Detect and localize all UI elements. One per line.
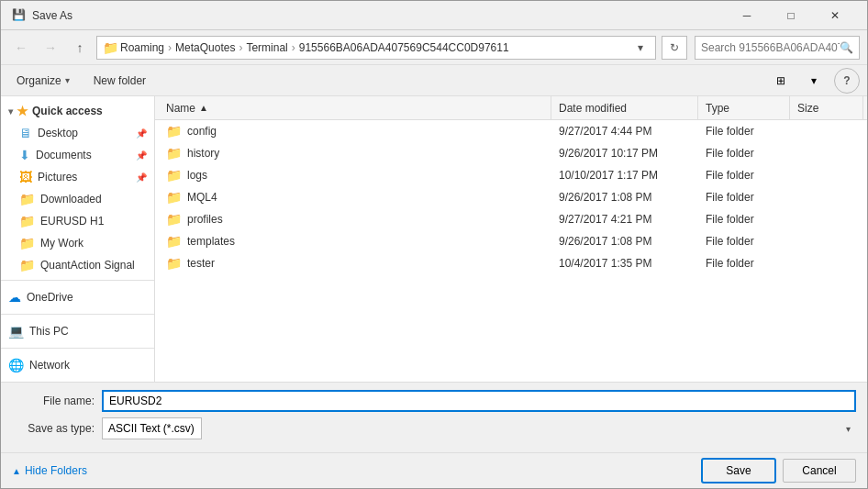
sidebar-item-quantaction[interactable]: 📁 QuantAction Signal — [1, 254, 154, 276]
file-folder-icon: 📁 — [166, 234, 182, 249]
documents-folder-icon: ⬇ — [19, 148, 30, 162]
minimize-button[interactable]: ─ — [726, 5, 768, 27]
save-label: Save — [726, 464, 751, 477]
sidebar-item-mywork-label: My Work — [40, 237, 83, 250]
sidebar-item-downloaded-label: Downloaded — [40, 193, 102, 206]
quick-access-expand-icon: ▾ — [8, 106, 13, 117]
file-folder-icon: 📁 — [166, 168, 182, 183]
address-segment-metaquotes[interactable]: MetaQuotes — [175, 41, 235, 54]
refresh-button[interactable]: ↻ — [662, 36, 687, 60]
file-date-cell: 9/27/2017 4:44 PM — [551, 125, 698, 138]
file-name-text: tester — [187, 257, 215, 270]
file-folder-icon: 📁 — [166, 256, 182, 271]
col-date-label: Date modified — [559, 102, 627, 115]
sidebar-item-eurusd[interactable]: 📁 EURUSD H1 — [1, 210, 154, 232]
cancel-button[interactable]: Cancel — [783, 459, 856, 483]
col-sort-icon: ▲ — [199, 103, 208, 113]
title-bar-icon: 💾 — [12, 8, 27, 23]
table-row[interactable]: 📁 history 9/26/2017 10:17 PM File folder — [155, 142, 867, 164]
organize-arrow-icon: ▾ — [65, 75, 70, 85]
col-header-type[interactable]: Type — [698, 96, 790, 119]
title-bar: 💾 Save As ─ □ ✕ — [1, 1, 867, 30]
file-type-cell: File folder — [698, 235, 790, 248]
file-type-cell: File folder — [698, 147, 790, 160]
eurusd-folder-icon: 📁 — [19, 214, 35, 228]
file-type-cell: File folder — [698, 191, 790, 204]
help-button[interactable]: ? — [834, 68, 860, 94]
col-header-name[interactable]: Name ▲ — [159, 96, 551, 119]
file-name-cell: 📁 MQL4 — [159, 190, 551, 205]
file-date-cell: 9/26/2017 1:08 PM — [551, 235, 698, 248]
sidebar-item-network[interactable]: 🌐 Network — [1, 352, 154, 378]
file-type-cell: File folder — [698, 213, 790, 226]
organize-button[interactable]: Organize ▾ — [8, 69, 78, 93]
sidebar-item-downloaded[interactable]: 📁 Downloaded — [1, 188, 154, 210]
content-area: Name ▲ Date modified Type Size 📁 — [155, 96, 867, 382]
hide-folders-label: Hide Folders — [25, 464, 87, 477]
file-folder-icon: 📁 — [166, 190, 182, 205]
file-type-cell: File folder — [698, 125, 790, 138]
filename-input[interactable] — [102, 390, 856, 412]
file-name-text: history — [187, 147, 219, 160]
main-area: ▾ ★ Quick access 🖥 Desktop 📌 ⬇ Documents… — [1, 96, 867, 382]
sidebar-item-documents[interactable]: ⬇ Documents 📌 — [1, 144, 154, 166]
maximize-button[interactable]: □ — [770, 5, 812, 27]
sidebar-item-pictures[interactable]: 🖼 Pictures 📌 — [1, 166, 154, 188]
documents-pin-icon: 📌 — [136, 150, 147, 161]
file-date-cell: 10/10/2017 1:17 PM — [551, 169, 698, 182]
file-name-text: profiles — [187, 213, 223, 226]
col-header-size[interactable]: Size — [790, 96, 863, 119]
sidebar-item-onedrive[interactable]: ☁ OneDrive — [1, 284, 154, 310]
savetype-select[interactable]: ASCII Text (*.csv) — [102, 417, 202, 439]
search-icon: 🔍 — [840, 41, 853, 54]
network-icon: 🌐 — [8, 358, 24, 372]
help-icon: ? — [843, 74, 850, 87]
address-segment-terminal[interactable]: Terminal — [246, 41, 287, 54]
table-row[interactable]: 📁 MQL4 9/26/2017 1:08 PM File folder — [155, 186, 867, 208]
downloaded-folder-icon: 📁 — [19, 192, 35, 206]
arrow-1: › — [168, 41, 172, 54]
hide-folders-section[interactable]: ▲ Hide Folders — [12, 464, 695, 477]
view-icon: ⊞ — [776, 74, 785, 87]
arrow-3: › — [292, 41, 295, 54]
file-type-cell: File folder — [698, 169, 790, 182]
quick-access-header[interactable]: ▾ ★ Quick access — [1, 100, 154, 122]
save-button[interactable]: Save — [702, 459, 775, 483]
table-row[interactable]: 📁 logs 10/10/2017 1:17 PM File folder — [155, 164, 867, 186]
search-input[interactable] — [701, 41, 840, 54]
close-button[interactable]: ✕ — [814, 5, 856, 27]
address-bar: 📁 Roaming › MetaQuotes › Terminal › 9155… — [96, 36, 656, 60]
sidebar-item-desktop[interactable]: 🖥 Desktop 📌 — [1, 122, 154, 144]
table-row[interactable]: 📁 tester 10/4/2017 1:35 PM File folder — [155, 252, 867, 274]
address-segment-roaming[interactable]: Roaming — [120, 41, 164, 54]
view-options-button[interactable]: ⊞ — [768, 69, 794, 93]
forward-button[interactable]: → — [38, 35, 63, 61]
col-header-date[interactable]: Date modified — [551, 96, 698, 119]
new-folder-button[interactable]: New folder — [85, 69, 154, 93]
sidebar-item-documents-label: Documents — [36, 149, 92, 161]
view-dropdown-button[interactable]: ▾ — [801, 69, 827, 93]
filename-row: File name: — [12, 390, 856, 412]
quantaction-folder-icon: 📁 — [19, 258, 35, 272]
sidebar: ▾ ★ Quick access 🖥 Desktop 📌 ⬇ Documents… — [1, 96, 155, 382]
address-dropdown-button[interactable]: ▾ — [631, 37, 650, 59]
sidebar-network-label: Network — [29, 359, 70, 372]
address-segment-id[interactable]: 915566BA06ADA407569C544CC0D97611 — [299, 41, 509, 54]
sidebar-item-mywork[interactable]: 📁 My Work — [1, 232, 154, 254]
file-name-text: logs — [187, 169, 207, 182]
title-bar-controls: ─ □ ✕ — [726, 5, 856, 27]
sidebar-item-desktop-label: Desktop — [38, 127, 78, 139]
back-button[interactable]: ← — [8, 35, 34, 61]
table-row[interactable]: 📁 templates 9/26/2017 1:08 PM File folde… — [155, 230, 867, 252]
table-row[interactable]: 📁 config 9/27/2017 4:44 PM File folder — [155, 120, 867, 142]
file-date-cell: 9/27/2017 4:21 PM — [551, 213, 698, 226]
table-row[interactable]: 📁 profiles 9/27/2017 4:21 PM File folder — [155, 208, 867, 230]
savetype-label: Save as type: — [12, 422, 95, 435]
sidebar-item-thispc[interactable]: 💻 This PC — [1, 318, 154, 344]
sidebar-item-quantaction-label: QuantAction Signal — [40, 259, 135, 272]
savetype-wrapper: ASCII Text (*.csv) ▾ — [102, 417, 856, 439]
file-name-cell: 📁 config — [159, 124, 551, 139]
column-headers: Name ▲ Date modified Type Size — [155, 96, 867, 120]
up-button[interactable]: ↑ — [67, 35, 93, 61]
title-bar-text: Save As — [32, 9, 726, 22]
